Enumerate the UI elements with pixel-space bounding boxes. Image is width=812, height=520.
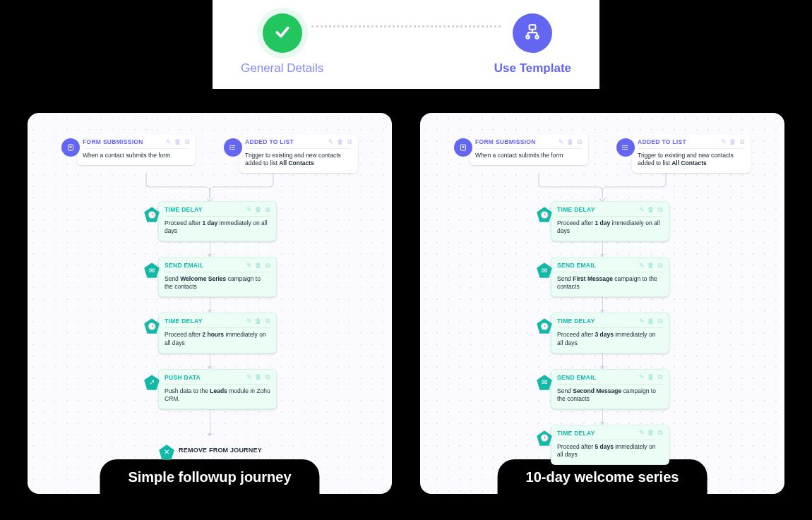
- edit-icon: ✎: [246, 262, 252, 269]
- mail-icon: ✉: [535, 261, 554, 279]
- delete-icon: 🗑: [647, 318, 654, 325]
- node-title: TIME DELAY: [165, 318, 203, 325]
- node-actions[interactable]: ✎🗑⧉: [165, 139, 190, 145]
- delete-icon: 🗑: [255, 318, 261, 325]
- node-box: ADDED TO LIST✎🗑⧉ Trigger to existing and…: [632, 134, 751, 173]
- edit-icon: ✎: [328, 139, 334, 145]
- copy-icon: ⧉: [657, 262, 663, 269]
- step-time-delay[interactable]: 🕒 TIME DELAY✎🗑⧉ Proceed after 3 days imm…: [535, 313, 669, 353]
- step-time-delay[interactable]: 🕒 TIME DELAY✎🗑⧉ Proceed after 1 day imme…: [143, 201, 277, 241]
- svg-point-1: [527, 35, 530, 38]
- node-box: TIME DELAY✎🗑⧉ Proceed after 3 days immed…: [551, 313, 669, 353]
- node-actions[interactable]: ✎🗑⧉: [638, 207, 663, 213]
- node-actions[interactable]: ✎🗑⧉: [558, 139, 583, 145]
- node-actions[interactable]: ✎🗑⧉: [638, 375, 663, 381]
- trigger-form-submission[interactable]: FORM SUBMISSION ✎🗑⧉ When a contact submi…: [61, 134, 196, 173]
- node-body: Proceed after 1 day immediately on all d…: [557, 219, 663, 235]
- node-body: When a contact submits the form: [83, 152, 190, 159]
- edit-icon: ✎: [165, 139, 172, 145]
- edit-icon: ✎: [558, 139, 564, 145]
- template-card-10-day-welcome[interactable]: FORM SUBMISSION✎🗑⧉ When a contact submit…: [420, 113, 784, 494]
- node-body: Send Welcome Series campaign to the cont…: [165, 275, 270, 291]
- node-actions[interactable]: ✎🗑⧉: [246, 262, 270, 269]
- mail-icon: ✉: [143, 261, 161, 279]
- form-icon: [61, 138, 80, 157]
- node-actions[interactable]: ✎🗑⧉: [638, 318, 663, 325]
- end-remove-from-journey[interactable]: ✕ REMOVE FROM JOURNEY: [157, 439, 262, 461]
- journey-canvas: FORM SUBMISSION✎🗑⧉ When a contact submit…: [420, 113, 784, 494]
- node-body: When a contact submits the form: [475, 152, 583, 159]
- svg-point-9: [230, 145, 231, 146]
- node-title: SEND EMAIL: [165, 262, 203, 270]
- connector: [210, 297, 210, 313]
- step-time-delay[interactable]: 🕒 TIME DELAY✎🗑⧉ Proceed after 1 day imme…: [535, 201, 669, 241]
- node-box: TIME DELAY✎🗑⧉ Proceed after 1 day immedi…: [158, 201, 277, 241]
- step-send-email[interactable]: ✉ SEND EMAIL✎🗑⧉ Send Second Message camp…: [535, 369, 669, 409]
- steps-stack: 🕒 TIME DELAY✎🗑⧉ Proceed after 1 day imme…: [434, 201, 770, 465]
- edit-icon: ✎: [638, 318, 645, 325]
- node-title: TIME DELAY: [557, 206, 595, 214]
- connector: [210, 409, 210, 436]
- copy-icon: ⧉: [264, 207, 270, 213]
- step-time-delay[interactable]: 🕒 TIME DELAY✎🗑⧉ Proceed after 2 hours im…: [143, 313, 277, 353]
- template-card-simple-followup[interactable]: FORM SUBMISSION ✎🗑⧉ When a contact submi…: [28, 113, 392, 494]
- delete-icon: 🗑: [729, 139, 736, 145]
- node-title: SEND EMAIL: [557, 262, 596, 270]
- stepper-bar: General Details Use Template: [213, 0, 599, 89]
- node-box: SEND EMAIL✎🗑⧉ Send Welcome Series campai…: [158, 257, 277, 297]
- node-actions[interactable]: ✎🗑⧉: [246, 318, 270, 325]
- clock-icon: 🕒: [143, 205, 161, 224]
- step-general-details[interactable]: General Details: [241, 13, 323, 75]
- trigger-added-to-list[interactable]: ADDED TO LIST✎🗑⧉ Trigger to existing and…: [616, 134, 751, 173]
- node-title: TIME DELAY: [165, 206, 203, 214]
- node-body: Proceed after 3 days immediately on all …: [557, 331, 663, 346]
- node-body: Push data to the Leads module in Zoho CR…: [165, 387, 270, 403]
- node-actions[interactable]: ✎🗑⧉: [720, 139, 745, 145]
- node-title: FORM SUBMISSION: [475, 138, 536, 146]
- node-actions[interactable]: ✎🗑⧉: [638, 430, 663, 437]
- copy-icon: ⧉: [264, 375, 270, 381]
- edit-icon: ✎: [638, 207, 645, 213]
- step-label: General Details: [241, 61, 323, 75]
- node-body: Trigger to existing and new contacts add…: [638, 152, 745, 167]
- step-time-delay[interactable]: 🕒 TIME DELAY✎🗑⧉ Proceed after 5 days imm…: [535, 425, 669, 465]
- node-actions[interactable]: ✎🗑⧉: [328, 139, 352, 145]
- svg-point-24: [623, 147, 623, 148]
- node-body: Proceed after 5 days immediately on all …: [557, 443, 663, 459]
- step-send-email[interactable]: ✉ SEND EMAIL✎🗑⧉ Send Welcome Series camp…: [143, 257, 277, 297]
- step-use-template[interactable]: Use Template: [494, 13, 571, 75]
- connector: [602, 353, 603, 369]
- push-icon: ↗: [143, 373, 161, 392]
- node-box: FORM SUBMISSION✎🗑⧉ When a contact submit…: [470, 134, 588, 165]
- node-actions[interactable]: ✎🗑⧉: [638, 262, 663, 269]
- clock-icon: 🕒: [535, 429, 554, 447]
- copy-icon: ⧉: [264, 262, 270, 269]
- copy-icon: ⧉: [576, 139, 583, 145]
- edit-icon: ✎: [720, 139, 727, 145]
- exit-icon: ✕: [157, 443, 176, 461]
- end-label: REMOVE FROM JOURNEY: [179, 447, 262, 454]
- node-title: PUSH DATA: [165, 374, 201, 382]
- edit-icon: ✎: [638, 262, 645, 269]
- trigger-form-submission[interactable]: FORM SUBMISSION✎🗑⧉ When a contact submit…: [454, 134, 588, 173]
- svg-point-23: [623, 145, 623, 146]
- node-actions[interactable]: ✎🗑⧉: [246, 207, 270, 213]
- step-push-data[interactable]: ↗ PUSH DATA✎🗑⧉ Push data to the Leads mo…: [143, 369, 277, 409]
- clock-icon: 🕒: [535, 205, 554, 224]
- trigger-added-to-list[interactable]: ADDED TO LIST ✎🗑⧉ Trigger to existing an…: [224, 134, 358, 173]
- node-body: Send First Message campaign to the conta…: [557, 275, 663, 291]
- connector: [210, 353, 210, 369]
- edit-icon: ✎: [638, 430, 645, 437]
- step-active-circle: [513, 13, 552, 53]
- merge-connector: [511, 173, 694, 201]
- delete-icon: 🗑: [255, 375, 261, 381]
- copy-icon: ⧉: [184, 139, 190, 145]
- node-actions[interactable]: ✎🗑⧉: [246, 375, 270, 381]
- delete-icon: 🗑: [174, 139, 181, 145]
- step-send-email[interactable]: ✉ SEND EMAIL✎🗑⧉ Send First Message campa…: [535, 257, 669, 297]
- node-title: ADDED TO LIST: [638, 138, 686, 146]
- node-title: TIME DELAY: [557, 430, 595, 437]
- node-title: SEND EMAIL: [557, 374, 596, 382]
- node-box: TIME DELAY✎🗑⧉ Proceed after 5 days immed…: [551, 425, 669, 465]
- edit-icon: ✎: [246, 375, 252, 381]
